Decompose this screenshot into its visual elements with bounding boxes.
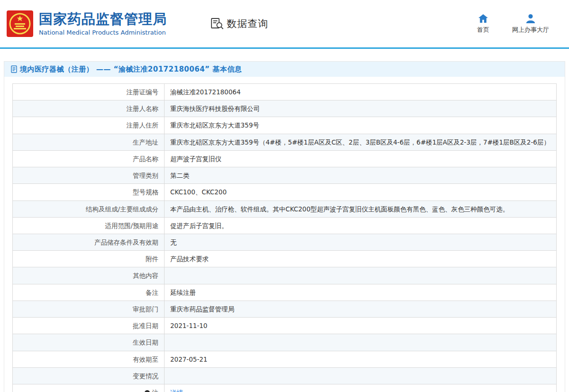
header: 国家药品监督管理局 National Medical Products Admi… <box>0 0 569 47</box>
table-row: 注册人住所重庆市北碚区京东方大道359号 <box>13 117 557 134</box>
nav-service-hall[interactable]: 网上办事大厅 <box>512 14 549 34</box>
row-value: 无 <box>165 234 557 250</box>
row-value: CKC100、CKC200 <box>165 184 557 201</box>
row-label: 其他内容 <box>13 267 165 284</box>
row-label: 生产地址 <box>13 134 165 150</box>
row-label-text: 附件 <box>146 255 158 263</box>
data-query-section: 数据查询 <box>211 17 268 30</box>
row-label: 结构及组成/主要组成成分 <box>13 201 165 217</box>
row-label-text: 产品名称 <box>133 155 158 163</box>
row-value: 重庆海扶医疗科技股份有限公司 <box>165 100 557 117</box>
row-label-text: 其他内容 <box>133 272 158 279</box>
row-value <box>165 334 557 351</box>
row-label: 生效日期 <box>13 334 165 351</box>
table-row: 注册人名称重庆海扶医疗科技股份有限公司 <box>13 100 557 117</box>
table-row: 有效期至2027-05-21 <box>13 351 557 367</box>
row-value <box>165 267 557 284</box>
pin-icon <box>143 389 151 392</box>
content-box: 境内医疗器械（注册） —— “渝械注准20172180064” 基本信息 注册证… <box>4 61 565 392</box>
table-row: 产品储存条件及有效期无 <box>13 234 557 250</box>
row-label-text: 生产地址 <box>133 138 158 146</box>
row-label-text: 变更情况 <box>133 372 158 380</box>
row-label: 备注 <box>13 284 165 301</box>
table-row: 变更情况 <box>13 367 557 384</box>
document-icon <box>11 65 17 73</box>
row-value: 2027-05-21 <box>165 351 557 367</box>
row-label-text: 批准日期 <box>133 322 158 329</box>
table-row: 备注延续注册 <box>13 284 557 301</box>
table-row: 生效日期 <box>13 334 557 351</box>
row-label-text: 注 <box>152 389 159 392</box>
row-label-text: 型号规格 <box>133 188 158 196</box>
row-label: 适用范围/预期用途 <box>13 217 165 234</box>
row-value: 重庆市北碚区京东方大道359号（4#楼，5#楼1层A区及C区、2层、3层B区及4… <box>165 134 557 150</box>
table-row: 生产地址重庆市北碚区京东方大道359号（4#楼，5#楼1层A区及C区、2层、3层… <box>13 134 557 150</box>
nav-service-hall-label: 网上办事大厅 <box>512 26 549 34</box>
table-row: 适用范围/预期用途促进产后子宫复旧。 <box>13 217 557 234</box>
org-name-cn: 国家药品监督管理局 <box>39 11 167 27</box>
row-value: 延续注册 <box>165 284 557 301</box>
org-names: 国家药品监督管理局 National Medical Products Admi… <box>39 11 167 36</box>
row-label: 产品储存条件及有效期 <box>13 234 165 250</box>
row-label-text: 注册人住所 <box>127 121 159 129</box>
user-icon <box>525 14 536 23</box>
data-query-title: 数据查询 <box>227 17 268 30</box>
nav-home-label: 首页 <box>477 26 489 34</box>
row-label: 注册人名称 <box>13 100 165 117</box>
row-label: 型号规格 <box>13 184 165 201</box>
table-row: 批准日期2021-11-10 <box>13 318 557 334</box>
row-label-text: 审批部门 <box>133 305 158 313</box>
row-label: 管理类别 <box>13 167 165 184</box>
home-icon <box>478 14 488 23</box>
row-value: 超声波子宫复旧仪 <box>165 150 557 167</box>
row-label-text: 适用范围/预期用途 <box>105 222 158 229</box>
page-title: 境内医疗器械（注册） —— “渝械注准20172180064” 基本信息 <box>20 65 242 74</box>
row-label: 产品名称 <box>13 150 165 167</box>
header-nav: 首页 网上办事大厅 <box>477 14 549 34</box>
detail-link[interactable]: 详情 <box>170 389 183 392</box>
row-label: 注册人住所 <box>13 117 165 134</box>
table-row: 附件产品技术要求 <box>13 251 557 267</box>
table-row: 型号规格CKC100、CKC200 <box>13 184 557 201</box>
doc-search-icon <box>211 18 224 30</box>
table-row: 产品名称超声波子宫复旧仪 <box>13 150 557 167</box>
row-label-text: 备注 <box>146 289 158 296</box>
row-value: 2021-11-10 <box>165 318 557 334</box>
row-label: 变更情况 <box>13 367 165 384</box>
row-value: 本产品由主机、治疗枪、软件组成。其中CKC200型超声波子宫复旧仪主机面板颜色有… <box>165 201 557 217</box>
row-label-text: 产品储存条件及有效期 <box>94 238 158 246</box>
table-row: 注册证编号渝械注准20172180064 <box>13 84 557 100</box>
row-label: 注 <box>13 384 165 392</box>
row-label-text: 有效期至 <box>133 356 158 363</box>
row-value: 重庆市北碚区京东方大道359号 <box>165 117 557 134</box>
row-label: 有效期至 <box>13 351 165 367</box>
table-row: 注详情 <box>13 384 557 392</box>
row-value <box>165 367 557 384</box>
row-label: 批准日期 <box>13 318 165 334</box>
registration-info-table: 注册证编号渝械注准20172180064注册人名称重庆海扶医疗科技股份有限公司注… <box>12 83 557 392</box>
national-emblem-icon <box>7 10 33 37</box>
row-label: 审批部门 <box>13 301 165 317</box>
row-label-text: 注册证编号 <box>127 88 159 96</box>
row-value: 重庆市药品监督管理局 <box>165 301 557 317</box>
row-value: 详情 <box>165 384 557 392</box>
table-row: 管理类别第二类 <box>13 167 557 184</box>
table-row: 审批部门重庆市药品监督管理局 <box>13 301 557 317</box>
row-value: 促进产后子宫复旧。 <box>165 217 557 234</box>
nav-home[interactable]: 首页 <box>477 14 489 34</box>
table-row: 其他内容 <box>13 267 557 284</box>
header-divider <box>0 47 569 49</box>
page-title-bar: 境内医疗器械（注册） —— “渝械注准20172180064” 基本信息 <box>4 62 565 77</box>
row-label-text: 结构及组成/主要组成成分 <box>86 205 158 213</box>
logo: 国家药品监督管理局 National Medical Products Admi… <box>7 10 167 37</box>
row-label-text: 生效日期 <box>133 338 158 346</box>
org-name-en: National Medical Products Administration <box>39 29 167 36</box>
row-label: 注册证编号 <box>13 84 165 100</box>
registration-table-body: 注册证编号渝械注准20172180064注册人名称重庆海扶医疗科技股份有限公司注… <box>13 84 557 392</box>
row-value: 产品技术要求 <box>165 251 557 267</box>
row-label: 附件 <box>13 251 165 267</box>
row-value: 第二类 <box>165 167 557 184</box>
row-label-text: 管理类别 <box>133 172 158 179</box>
row-value: 渝械注准20172180064 <box>165 84 557 100</box>
table-row: 结构及组成/主要组成成分本产品由主机、治疗枪、软件组成。其中CKC200型超声波… <box>13 201 557 217</box>
